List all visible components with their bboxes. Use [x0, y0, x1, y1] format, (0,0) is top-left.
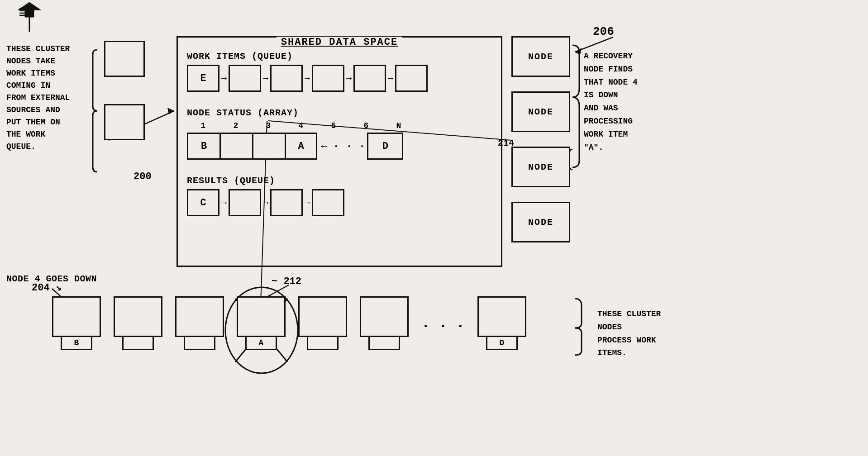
- label-214: 214: [498, 138, 514, 148]
- left-nodes: [104, 41, 145, 140]
- status-box-b: B: [187, 133, 219, 160]
- svg-marker-5: [575, 48, 582, 55]
- label-204: 204 ↘: [32, 281, 62, 294]
- status-array-row: B A ← · · · D: [187, 133, 403, 160]
- cluster-node-a-label: A: [245, 337, 277, 350]
- right-description-text: A RECOVERYNODE FINDSTHAT NODE 4IS DOWNAN…: [584, 50, 697, 154]
- label-212: ~ 212: [272, 276, 301, 287]
- cluster-node-3-body: [175, 296, 224, 337]
- shared-data-space: SHARED DATA SPACE WORK ITEMS (QUEUE) E →…: [176, 36, 502, 267]
- status-num-3: 3: [252, 121, 285, 130]
- left-description-text: THESE CLUSTERNODES TAKEWORK ITEMSCOMING …: [6, 43, 97, 153]
- status-num-4: 4: [285, 121, 317, 130]
- svg-marker-3: [167, 108, 174, 114]
- status-arrow: ←: [317, 140, 331, 152]
- cluster-node-5-label: [307, 337, 339, 350]
- input-arrow-icon: ≣: [19, 6, 27, 19]
- queue-item-e: E: [187, 65, 219, 92]
- node-status-label: NODE STATUS (ARRAY): [187, 108, 299, 118]
- status-num-5: 5: [317, 121, 350, 130]
- results-item-3: [270, 189, 303, 216]
- cluster-node-b-label: B: [61, 337, 92, 350]
- right-node-4: NODE: [511, 202, 570, 242]
- cluster-node-d-label: D: [486, 337, 518, 350]
- status-numbers-row: 1 2 3 4 5 6 N: [187, 121, 410, 130]
- queue-arrow-5: →: [388, 73, 393, 84]
- cluster-node-3: [175, 296, 224, 350]
- cluster-node-b: B: [52, 296, 101, 350]
- status-num-1: 1: [187, 121, 219, 130]
- queue-item-2: [229, 65, 261, 92]
- cluster-node-5: [298, 296, 347, 350]
- cluster-node-2: [114, 296, 162, 350]
- results-arrow-2: →: [263, 198, 268, 208]
- left-node-2: [104, 104, 145, 140]
- status-box-3: [252, 133, 285, 160]
- results-item-c: C: [187, 189, 219, 216]
- status-num-2: 2: [219, 121, 252, 130]
- queue-arrow-4: →: [346, 73, 352, 84]
- cluster-node-3-label: [184, 337, 215, 350]
- cluster-node-5-body: [298, 296, 347, 337]
- cluster-node-a-crossed: A: [237, 296, 286, 350]
- cluster-node-b-body: [52, 296, 101, 337]
- results-label: RESULTS (QUEUE): [187, 176, 275, 186]
- status-box-a: A: [285, 133, 317, 160]
- label-200: 200: [134, 171, 152, 182]
- results-arrow-1: →: [221, 198, 227, 208]
- results-queue-row: C → → →: [187, 189, 344, 216]
- label-206: 206: [593, 25, 614, 38]
- status-num-6: 6: [350, 121, 382, 130]
- queue-item-3: [270, 65, 303, 92]
- right-node-3: NODE: [511, 147, 570, 187]
- left-node-1: [104, 41, 145, 77]
- work-items-label: WORK ITEMS (QUEUE): [187, 51, 293, 62]
- queue-arrow-3: →: [305, 73, 310, 84]
- status-dots: · · ·: [331, 140, 367, 152]
- cluster-node-d: D: [477, 296, 526, 350]
- cluster-node-6: [360, 296, 409, 350]
- status-box-d: D: [367, 133, 403, 160]
- queue-item-6: [395, 65, 428, 92]
- status-box-2: [219, 133, 252, 160]
- right-node-1: NODE: [511, 36, 570, 77]
- right-bottom-description-text: THESE CLUSTERNODESPROCESS WORKITEMS.: [597, 308, 706, 360]
- results-arrow-3: →: [305, 198, 310, 208]
- work-items-queue-row: E → → → → →: [187, 65, 428, 92]
- cluster-node-2-body: [114, 296, 162, 337]
- bottom-dots: · · ·: [421, 318, 465, 350]
- right-node-2: NODE: [511, 91, 570, 132]
- queue-item-5: [353, 65, 386, 92]
- right-nodes: NODE NODE NODE NODE: [511, 36, 570, 242]
- results-item-4: [312, 189, 344, 216]
- queue-arrow-2: →: [263, 73, 268, 84]
- shared-data-space-title: SHARED DATA SPACE: [277, 37, 402, 48]
- cluster-node-6-body: [360, 296, 409, 337]
- bottom-cluster-nodes: B A · · · D: [52, 296, 526, 350]
- cluster-node-2-label: [122, 337, 154, 350]
- queue-item-4: [312, 65, 344, 92]
- queue-arrow-1: →: [221, 73, 227, 84]
- results-item-2: [229, 189, 261, 216]
- cluster-node-d-body: [477, 296, 526, 337]
- cluster-node-a-body: [237, 296, 286, 337]
- diagram: ≣ THESE CLUSTERNODES TAKEWORK ITEMSCOMIN…: [0, 0, 868, 456]
- cluster-node-6-label: [368, 337, 400, 350]
- status-num-n: N: [382, 121, 410, 130]
